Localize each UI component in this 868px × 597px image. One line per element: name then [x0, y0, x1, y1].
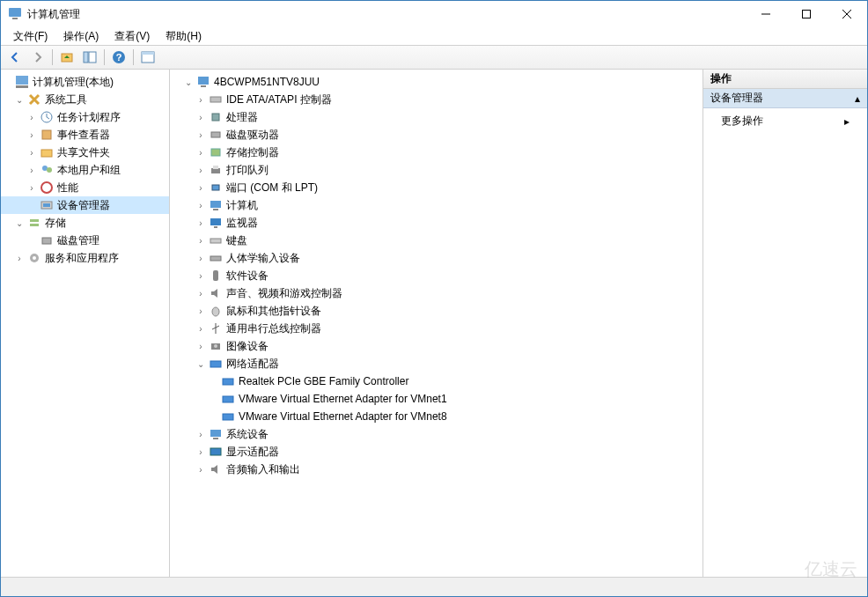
- svg-rect-41: [210, 239, 221, 243]
- device-ide[interactable]: ›IDE ATA/ATAPI 控制器: [170, 91, 702, 108]
- more-actions[interactable]: 更多操作 ▸: [703, 108, 867, 134]
- chevron-right-icon[interactable]: ›: [26, 146, 38, 158]
- device-monitor[interactable]: ›监视器: [170, 214, 702, 232]
- chevron-right-icon[interactable]: ›: [195, 322, 207, 335]
- device-display[interactable]: ›显示适配器: [170, 443, 702, 461]
- chevron-down-icon[interactable]: [1, 76, 13, 88]
- svg-rect-37: [210, 201, 221, 208]
- chevron-right-icon[interactable]: ›: [195, 305, 207, 317]
- chevron-right-icon[interactable]: ›: [195, 252, 207, 264]
- menu-help[interactable]: 帮助(H): [158, 27, 209, 46]
- svg-rect-31: [212, 114, 219, 121]
- toolbar-separator: [52, 49, 53, 65]
- device-net-realtek[interactable]: Realtek PCIe GBE Family Controller: [170, 372, 702, 390]
- device-net-vmnet1[interactable]: VMware Virtual Ethernet Adapter for VMne…: [170, 390, 702, 408]
- chevron-down-icon[interactable]: ⌄: [182, 76, 195, 88]
- device-usb[interactable]: ›通用串行总线控制器: [170, 320, 702, 337]
- chevron-down-icon[interactable]: ⌄: [13, 93, 26, 106]
- forward-button[interactable]: [27, 48, 48, 67]
- chevron-right-icon[interactable]: ›: [195, 340, 207, 352]
- device-storage-ctrl[interactable]: ›存储控制器: [170, 144, 702, 161]
- device-net-vmnet8[interactable]: VMware Virtual Ethernet Adapter for VMne…: [170, 408, 702, 425]
- chevron-right-icon[interactable]: ›: [195, 287, 207, 299]
- mouse-icon: [209, 304, 223, 318]
- chevron-right-icon[interactable]: ›: [26, 111, 38, 123]
- device-software[interactable]: ›软件设备: [170, 267, 702, 284]
- chevron-right-icon[interactable]: ›: [26, 164, 38, 176]
- up-button[interactable]: [56, 48, 77, 67]
- tree-shared-folders[interactable]: › 共享文件夹: [1, 144, 169, 161]
- tree-storage[interactable]: ⌄ 存储: [1, 214, 169, 232]
- chevron-right-icon[interactable]: ›: [195, 111, 207, 123]
- chevron-right-icon[interactable]: ›: [195, 428, 207, 440]
- network-card-icon: [221, 409, 235, 424]
- actions-section[interactable]: 设备管理器 ▴: [703, 89, 867, 108]
- chevron-right-icon[interactable]: ›: [195, 93, 207, 106]
- show-hide-tree-button[interactable]: [79, 48, 100, 67]
- tree-performance[interactable]: › 性能: [1, 179, 169, 196]
- tree-system-tools[interactable]: ⌄ 系统工具: [1, 91, 169, 108]
- tree-root[interactable]: 计算机管理(本地): [1, 73, 169, 91]
- menu-action[interactable]: 操作(A): [56, 27, 106, 46]
- chevron-right-icon[interactable]: ›: [13, 252, 26, 264]
- device-computer[interactable]: ›计算机: [170, 196, 702, 214]
- chevron-right-icon[interactable]: ›: [195, 269, 207, 282]
- device-diskdrive[interactable]: ›磁盘驱动器: [170, 126, 702, 144]
- collapse-icon: ▴: [855, 92, 860, 105]
- minimize-button[interactable]: [746, 1, 786, 27]
- chevron-right-icon[interactable]: ›: [195, 164, 207, 176]
- close-button[interactable]: [827, 1, 867, 27]
- device-system[interactable]: ›系统设备: [170, 425, 702, 443]
- device-ports[interactable]: ›端口 (COM 和 LPT): [170, 179, 702, 196]
- tree-services-apps[interactable]: › 服务和应用程序: [1, 249, 169, 267]
- tree-device-manager[interactable]: 设备管理器: [1, 196, 169, 214]
- chevron-right-icon[interactable]: ›: [195, 199, 207, 211]
- svg-point-46: [214, 344, 217, 348]
- tree-local-users[interactable]: › 本地用户和组: [1, 161, 169, 179]
- chevron-right-icon[interactable]: ›: [195, 146, 207, 158]
- network-card-icon: [221, 392, 235, 406]
- camera-icon: [209, 339, 223, 353]
- svg-rect-40: [214, 226, 217, 228]
- device-sound[interactable]: ›声音、视频和游戏控制器: [170, 284, 702, 302]
- chevron-right-icon[interactable]: ›: [195, 129, 207, 141]
- device-tree-pane[interactable]: ⌄ 4BCWPM51NTV8JUU ›IDE ATA/ATAPI 控制器 ›处理…: [170, 70, 703, 577]
- chevron-right-icon[interactable]: ›: [26, 129, 38, 141]
- svg-text:?: ?: [116, 52, 122, 63]
- chevron-right-icon[interactable]: ›: [26, 181, 38, 194]
- chevron-right-icon[interactable]: ›: [195, 234, 207, 247]
- back-button[interactable]: [4, 48, 26, 67]
- chevron-right-icon[interactable]: ›: [195, 463, 207, 475]
- window-title: 计算机管理: [27, 7, 746, 22]
- tree-event-viewer[interactable]: › 事件查看器: [1, 126, 169, 144]
- svg-rect-49: [223, 396, 233, 402]
- chevron-right-icon[interactable]: ›: [195, 181, 207, 194]
- device-print-queue[interactable]: ›打印队列: [170, 161, 702, 179]
- maximize-button[interactable]: [786, 1, 827, 27]
- device-imaging[interactable]: ›图像设备: [170, 337, 702, 355]
- view-button[interactable]: [137, 48, 158, 67]
- chevron-right-icon[interactable]: ›: [195, 446, 207, 458]
- computer-icon: [209, 198, 223, 212]
- hid-icon: [209, 251, 223, 265]
- left-tree-pane[interactable]: 计算机管理(本地) ⌄ 系统工具 › 任务计划程序 › 事件查看器: [1, 70, 170, 577]
- help-button[interactable]: ?: [108, 48, 129, 67]
- chevron-down-icon[interactable]: ⌄: [195, 357, 207, 370]
- device-keyboard[interactable]: ›键盘: [170, 232, 702, 249]
- device-root[interactable]: ⌄ 4BCWPM51NTV8JUU: [170, 73, 702, 91]
- menu-file[interactable]: 文件(F): [6, 27, 55, 46]
- svg-rect-17: [41, 150, 52, 157]
- tree-disk-management[interactable]: 磁盘管理: [1, 232, 169, 249]
- device-audio-io[interactable]: ›音频输入和输出: [170, 461, 702, 478]
- chevron-down-icon[interactable]: ⌄: [13, 217, 26, 229]
- device-network[interactable]: ⌄网络适配器: [170, 355, 702, 372]
- device-cpu[interactable]: ›处理器: [170, 108, 702, 126]
- device-hid[interactable]: ›人体学输入设备: [170, 249, 702, 267]
- menu-view[interactable]: 查看(V): [107, 27, 157, 46]
- chevron-right-icon[interactable]: ›: [195, 217, 207, 229]
- tree-task-scheduler[interactable]: › 任务计划程序: [1, 108, 169, 126]
- svg-rect-36: [212, 185, 219, 190]
- device-mouse[interactable]: ›鼠标和其他指针设备: [170, 302, 702, 320]
- svg-rect-51: [210, 430, 221, 437]
- svg-point-19: [47, 167, 52, 173]
